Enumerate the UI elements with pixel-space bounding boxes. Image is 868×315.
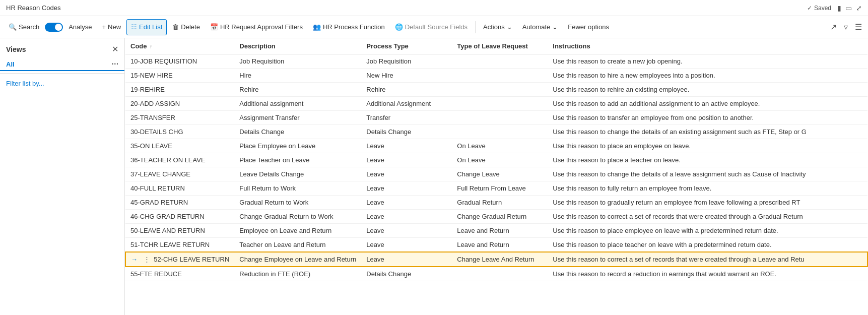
- cell-process-type: Additional Assignment: [361, 97, 452, 111]
- sidebar-close-button[interactable]: ✕: [112, 44, 118, 54]
- automate-button[interactable]: Automate ⌄: [518, 19, 563, 35]
- hr-request-approval-button[interactable]: 📅 HR Request Approval Filters: [206, 19, 307, 35]
- sort-asc-icon: ↑: [150, 44, 152, 49]
- table-row[interactable]: 50-LEAVE AND RETURNEmployee on Leave and…: [125, 224, 867, 238]
- cell-code: 50-LEAVE AND RETURN: [125, 224, 234, 238]
- table-scroll[interactable]: Code ↑ Description Process Type Type of …: [125, 38, 868, 315]
- bookmark-icon[interactable]: ▮: [837, 4, 841, 12]
- title-bar-right: ✓ Saved ▮ ▭ ⤢: [807, 4, 862, 12]
- cell-description: Change Employee on Leave and Return: [234, 252, 361, 267]
- cell-instructions: Use this reason to place teacher on leav…: [548, 238, 867, 253]
- search-icon: 🔍: [9, 23, 17, 31]
- cell-code: 45-GRAD RETURN: [125, 196, 234, 210]
- col-header-instructions[interactable]: Instructions: [548, 38, 867, 54]
- cell-description: Teacher on Leave and Return: [234, 238, 361, 253]
- toolbar-right: ↗ ▿ ☰: [828, 20, 864, 34]
- cell-code: 15-NEW HIRE: [125, 69, 234, 83]
- cell-process-type: Leave: [361, 196, 452, 210]
- cell-leave-type: Change Leave: [452, 167, 548, 181]
- table-row[interactable]: 20-ADD ASSIGNAdditional assignmentAdditi…: [125, 97, 867, 111]
- analyse-toggle[interactable]: [45, 23, 63, 32]
- table-row[interactable]: 19-REHIRERehireRehireUse this reason to …: [125, 83, 867, 97]
- restore-icon[interactable]: ▭: [845, 4, 852, 12]
- cell-description: Details Change: [234, 125, 361, 139]
- sidebar-item-all[interactable]: All ⋯: [0, 58, 124, 71]
- col-header-process-type[interactable]: Process Type: [361, 38, 452, 54]
- main-layout: Views ✕ All ⋯ Filter list by... Code ↑: [0, 38, 868, 315]
- hr-process-icon: 👥: [313, 23, 321, 31]
- table-header-row: Code ↑ Description Process Type Type of …: [125, 38, 867, 54]
- col-header-description[interactable]: Description: [234, 38, 361, 54]
- cell-description: Leave Details Change: [234, 167, 361, 181]
- col-header-code[interactable]: Code ↑: [125, 38, 234, 54]
- fewer-options-button[interactable]: Fewer options: [563, 19, 614, 35]
- table-row[interactable]: 15-NEW HIREHireNew HireUse this reason t…: [125, 69, 867, 83]
- cell-description: Gradual Return to Work: [234, 196, 361, 210]
- edit-list-button[interactable]: ☷ Edit List: [126, 19, 167, 35]
- cell-code: 37-LEAVE CHANGE: [125, 167, 234, 181]
- search-button[interactable]: 🔍 Search: [4, 19, 44, 35]
- cell-code: 25-TRANSFER: [125, 111, 234, 125]
- sidebar-divider: [0, 73, 124, 74]
- table-row[interactable]: 36-TEACHER ON LEAVEPlace Teacher on Leav…: [125, 153, 867, 167]
- table-row[interactable]: 40-FULL RETURNFull Return to WorkLeaveFu…: [125, 181, 867, 196]
- expand-icon[interactable]: ⤢: [856, 4, 862, 12]
- cell-leave-type: Leave and Return: [452, 224, 548, 238]
- filter-icon[interactable]: ▿: [842, 20, 850, 34]
- cell-leave-type: [452, 83, 548, 97]
- cell-code: 30-DETAILS CHG: [125, 125, 234, 139]
- cell-instructions: Use this reason to fully return an emplo…: [548, 181, 867, 196]
- toolbar-separator: [475, 21, 476, 33]
- cell-process-type: Rehire: [361, 83, 452, 97]
- cell-process-type: Leave: [361, 238, 452, 253]
- cell-instructions: Use this reason to change the details of…: [548, 125, 867, 139]
- toolbar: 🔍 Search Analyse + New ☷ Edit List 🗑 Del…: [0, 16, 868, 38]
- settings-icon[interactable]: ☰: [853, 20, 864, 34]
- default-source-icon: 🌐: [395, 23, 403, 31]
- share-icon[interactable]: ↗: [828, 20, 839, 34]
- analyse-button[interactable]: Analyse: [64, 19, 96, 35]
- filter-list-by[interactable]: Filter list by...: [0, 76, 124, 91]
- delete-button[interactable]: 🗑 Delete: [168, 19, 205, 35]
- row-context-menu-icon[interactable]: ⋮: [144, 256, 152, 263]
- table-row[interactable]: 25-TRANSFERAssignment TransferTransferUs…: [125, 111, 867, 125]
- cell-leave-type: [452, 69, 548, 83]
- cell-leave-type: Full Return From Leave: [452, 181, 548, 196]
- cell-leave-type: [452, 267, 548, 281]
- table-row[interactable]: 10-JOB REQUISITIONJob RequisitionJob Req…: [125, 54, 867, 69]
- cell-instructions: Use this reason to transfer an employee …: [548, 111, 867, 125]
- cell-description: Additional assignment: [234, 97, 361, 111]
- actions-button[interactable]: Actions ⌄: [479, 19, 517, 35]
- cell-description: Employee on Leave and Return: [234, 224, 361, 238]
- table-row[interactable]: 55-FTE REDUCEReduction in FTE (ROE)Detai…: [125, 267, 867, 281]
- data-table: Code ↑ Description Process Type Type of …: [125, 38, 868, 281]
- cell-instructions: Use this reason to add an additional ass…: [548, 97, 867, 111]
- hr-process-function-button[interactable]: 👥 HR Process Function: [308, 19, 389, 35]
- table-row[interactable]: 35-ON LEAVEPlace Employee on LeaveLeaveO…: [125, 139, 867, 153]
- cell-process-type: Leave: [361, 181, 452, 196]
- cell-instructions: Use this reason to gradually return an e…: [548, 196, 867, 210]
- cell-process-type: New Hire: [361, 69, 452, 83]
- cell-code: 10-JOB REQUISITION: [125, 54, 234, 69]
- cell-description: Assignment Transfer: [234, 111, 361, 125]
- table-row[interactable]: → ⋮ 52-CHG LEAVE RETURNChange Employee o…: [125, 252, 867, 267]
- table-row[interactable]: 45-GRAD RETURNGradual Return to WorkLeav…: [125, 196, 867, 210]
- cell-instructions: Use this reason to rehire an existing em…: [548, 83, 867, 97]
- table-row[interactable]: 46-CHG GRAD RETURNChange Gradual Return …: [125, 210, 867, 224]
- actions-chevron-icon: ⌄: [507, 23, 512, 31]
- cell-instructions: Use this reason to record a reduction in…: [548, 267, 867, 281]
- cell-description: Hire: [234, 69, 361, 83]
- cell-leave-type: [452, 125, 548, 139]
- row-arrow-icon: →: [131, 256, 140, 263]
- table-row[interactable]: 51-TCHR LEAVE RETURNTeacher on Leave and…: [125, 238, 867, 253]
- cell-process-type: Transfer: [361, 111, 452, 125]
- cell-description: Change Gradual Return to Work: [234, 210, 361, 224]
- cell-leave-type: [452, 111, 548, 125]
- col-header-leave-type[interactable]: Type of Leave Request: [452, 38, 548, 54]
- table-row[interactable]: 37-LEAVE CHANGELeave Details ChangeLeave…: [125, 167, 867, 181]
- table-row[interactable]: 30-DETAILS CHGDetails ChangeDetails Chan…: [125, 125, 867, 139]
- title-bar-icons: ▮ ▭ ⤢: [837, 4, 862, 12]
- default-source-fields-button[interactable]: 🌐 Default Source Fields: [390, 19, 472, 35]
- new-button[interactable]: + New: [97, 19, 125, 35]
- more-options-icon[interactable]: ⋯: [111, 60, 118, 68]
